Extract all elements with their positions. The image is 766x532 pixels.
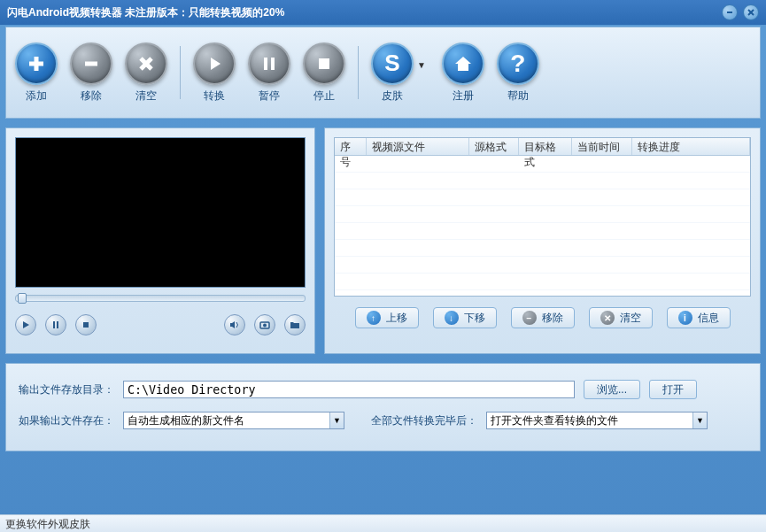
move-down-button[interactable]: ↓下移 (433, 307, 497, 328)
arrow-down-icon: ↓ (445, 311, 459, 325)
list-remove-button[interactable]: −移除 (511, 307, 575, 328)
move-down-label: 下移 (464, 311, 485, 326)
clear-button[interactable]: 清空 (125, 42, 167, 104)
folder-button[interactable] (284, 314, 306, 335)
separator (358, 46, 359, 99)
x-icon: ✕ (600, 311, 615, 325)
convert-label: 转换 (204, 89, 225, 104)
titlebar: 闪电Android视频转换器 未注册版本：只能转换视频的20% (0, 0, 766, 25)
info-icon: i (678, 311, 692, 325)
playback-controls (15, 314, 306, 335)
question-icon: ? (497, 42, 539, 85)
remove-label: 移除 (81, 89, 102, 104)
stop-label: 停止 (313, 89, 335, 104)
snapshot-button[interactable] (254, 314, 275, 335)
list-action-bar: ↑上移 ↓下移 −移除 ✕清空 i信息 (334, 307, 751, 328)
pause-button[interactable]: 暂停 (248, 42, 290, 104)
svg-rect-11 (319, 58, 329, 69)
main-toolbar: 添加 移除 清空 转换 暂停 停止 S 皮肤 ▼ (5, 27, 761, 119)
exists-select[interactable]: 自动生成相应的新文件名 ▼ (123, 412, 344, 429)
seek-thumb[interactable] (18, 293, 27, 304)
th-dst-format[interactable]: 目标格式 (519, 138, 572, 155)
svg-marker-8 (211, 58, 221, 70)
svg-point-19 (263, 324, 267, 328)
th-index[interactable]: 序号 (335, 138, 367, 155)
svg-rect-9 (264, 58, 267, 70)
minimize-button[interactable] (722, 4, 738, 20)
after-value: 打开文件夹查看转换的文件 (491, 413, 618, 428)
x-icon (125, 42, 167, 85)
th-progress[interactable]: 转换进度 (632, 138, 750, 155)
skin-icon: S (371, 42, 414, 85)
info-label: 信息 (698, 311, 719, 326)
browse-button[interactable]: 浏览... (584, 380, 640, 399)
pause-label: 暂停 (259, 89, 280, 104)
output-dir-label: 输出文件存放目录： (19, 382, 114, 397)
stop-button[interactable]: 停止 (303, 42, 345, 104)
remove-button[interactable]: 移除 (70, 42, 112, 104)
svg-marker-17 (230, 321, 235, 328)
skin-label: 皮肤 (382, 89, 403, 104)
list-clear-button[interactable]: ✕清空 (589, 307, 653, 328)
add-button[interactable]: 添加 (15, 42, 58, 104)
output-dir-input[interactable] (123, 381, 575, 398)
svg-marker-13 (23, 321, 29, 328)
arrow-up-icon: ↑ (367, 311, 381, 325)
output-dir-row: 输出文件存放目录： 浏览... 打开 (19, 380, 747, 399)
after-select[interactable]: 打开文件夹查看转换的文件 ▼ (486, 412, 708, 429)
after-label: 全部文件转换完毕后： (371, 413, 477, 428)
register-button[interactable]: 注册 (442, 42, 484, 104)
play-icon (193, 42, 236, 85)
move-up-button[interactable]: ↑上移 (355, 307, 419, 328)
list-clear-label: 清空 (620, 311, 641, 326)
skin-button[interactable]: S 皮肤 (371, 42, 414, 104)
seek-slider[interactable] (15, 295, 306, 302)
register-label: 注册 (453, 89, 474, 104)
play-small-button[interactable] (15, 314, 36, 335)
options-row: 如果输出文件存在： 自动生成相应的新文件名 ▼ 全部文件转换完毕后： 打开文件夹… (19, 412, 747, 429)
svg-marker-12 (455, 57, 471, 71)
pause-icon (248, 42, 290, 85)
clear-label: 清空 (135, 89, 157, 104)
status-bar: 更换软件外观皮肤 (0, 514, 766, 532)
home-icon (442, 42, 484, 85)
table-header: 序号 视频源文件 源格式 目标格式 当前时间 转换进度 (335, 138, 750, 156)
move-up-label: 上移 (386, 311, 407, 326)
separator (180, 46, 181, 99)
horizontal-scrollbar[interactable]: ◀ ▶ (335, 296, 750, 297)
skin-dropdown-arrow[interactable]: ▼ (414, 60, 429, 70)
th-time[interactable]: 当前时间 (572, 138, 632, 155)
minus-icon (70, 42, 112, 85)
chevron-down-icon: ▼ (692, 412, 707, 428)
chevron-down-icon: ▼ (329, 412, 344, 428)
pause-small-button[interactable] (45, 314, 66, 335)
volume-button[interactable] (224, 314, 245, 335)
app-title: 闪电Android视频转换器 未注册版本：只能转换视频的20% (7, 5, 284, 20)
list-panel: 序号 视频源文件 源格式 目标格式 当前时间 转换进度 ◀ ▶ ↑上移 ↓下移 … (324, 127, 761, 354)
svg-rect-16 (83, 322, 89, 328)
svg-rect-10 (271, 58, 275, 70)
add-label: 添加 (26, 89, 47, 104)
minus-icon: − (522, 311, 537, 325)
table-body[interactable] (335, 156, 750, 296)
th-src-format[interactable]: 源格式 (469, 138, 519, 155)
svg-rect-14 (53, 321, 55, 328)
open-button[interactable]: 打开 (649, 380, 697, 399)
th-source[interactable]: 视频源文件 (367, 138, 469, 155)
app-window: 闪电Android视频转换器 未注册版本：只能转换视频的20% 添加 移除 清空… (0, 0, 766, 532)
exists-label: 如果输出文件存在： (19, 413, 114, 428)
svg-rect-15 (57, 321, 58, 328)
stop-small-button[interactable] (75, 314, 97, 335)
info-button[interactable]: i信息 (667, 307, 731, 328)
convert-button[interactable]: 转换 (193, 42, 236, 104)
help-button[interactable]: ? 帮助 (497, 42, 539, 104)
exists-value: 自动生成相应的新文件名 (128, 413, 244, 428)
close-button[interactable] (743, 4, 759, 20)
list-remove-label: 移除 (542, 311, 563, 326)
preview-panel (5, 127, 315, 354)
status-text: 更换软件外观皮肤 (5, 518, 90, 530)
window-controls (722, 4, 759, 20)
video-preview (15, 137, 306, 288)
plus-icon (15, 42, 58, 85)
content-area: 序号 视频源文件 源格式 目标格式 当前时间 转换进度 ◀ ▶ ↑上移 ↓下移 … (5, 127, 761, 354)
